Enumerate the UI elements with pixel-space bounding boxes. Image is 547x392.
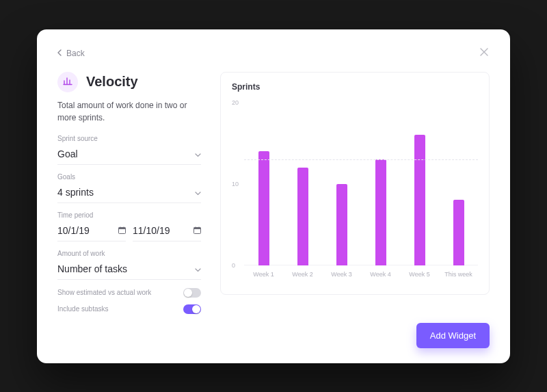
chart-bar-column	[283, 103, 322, 265]
chart-bar	[375, 159, 386, 265]
page-title: Velocity	[86, 74, 138, 90]
chart-ytick: 0	[232, 262, 235, 269]
chevron-down-icon	[195, 148, 201, 160]
field-sprint-source: Sprint source Goal	[57, 135, 201, 165]
field-goals: Goals 4 sprints	[57, 173, 201, 203]
calendar-icon	[194, 224, 201, 237]
start-date-picker[interactable]: 10/1/19	[57, 222, 126, 241]
chevron-down-icon	[195, 263, 201, 275]
chart-bar	[414, 135, 425, 265]
include-subtasks-label: Include subtasks	[57, 305, 109, 313]
chart-xlabel: Week 4	[361, 271, 400, 278]
include-subtasks-toggle[interactable]	[183, 304, 201, 314]
calendar-icon	[118, 224, 126, 237]
bar-chart-icon	[63, 76, 72, 88]
sprints-bar-chart: Week 1Week 2Week 3Week 4Week 5This week …	[240, 94, 478, 279]
chart-panel: Sprints Week 1Week 2Week 3Week 4Week 5Th…	[220, 72, 490, 314]
config-panel: Velocity Total amount of work done in tw…	[57, 72, 201, 314]
goals-label: Goals	[57, 173, 201, 181]
sprint-source-value: Goal	[57, 148, 78, 159]
end-date-value: 11/10/19	[133, 225, 170, 236]
close-icon	[479, 48, 490, 60]
amount-of-work-label: Amount of work	[57, 250, 201, 257]
widget-config-modal: Back Veloci	[37, 29, 510, 363]
chart-xlabel: Week 1	[244, 271, 283, 278]
chart-title: Sprints	[232, 82, 478, 92]
chart-bar-column	[439, 103, 478, 265]
chart-xlabel: Week 3	[322, 271, 361, 278]
chart-bar	[297, 168, 308, 265]
modal-topbar: Back	[57, 47, 490, 60]
close-button[interactable]	[479, 47, 490, 60]
velocity-icon-badge	[57, 72, 78, 92]
chart-bar-column	[322, 103, 361, 265]
add-widget-button[interactable]: Add Widget	[416, 323, 490, 348]
sprint-source-select[interactable]: Goal	[57, 145, 201, 165]
sprint-source-label: Sprint source	[57, 135, 201, 142]
chart-xlabel: Week 5	[400, 271, 439, 278]
end-date-picker[interactable]: 11/10/19	[133, 222, 201, 241]
goals-select[interactable]: 4 sprints	[57, 183, 201, 203]
svg-rect-3	[194, 227, 201, 229]
chart-xlabel: This week	[439, 271, 478, 278]
chart-bar	[258, 151, 269, 265]
time-period-label: Time period	[57, 211, 201, 219]
estimated-vs-actual-label: Show estimated vs actual work	[57, 289, 151, 296]
back-button[interactable]: Back	[57, 49, 85, 58]
chart-guideline	[244, 159, 478, 160]
chart-bar-column	[361, 103, 400, 265]
estimated-vs-actual-toggle[interactable]	[183, 288, 201, 298]
page-description: Total amount of work done in two or more…	[57, 99, 201, 124]
chart-ytick: 20	[232, 99, 239, 106]
chevron-down-icon	[195, 186, 201, 198]
field-time-period: Time period 10/1/19 11/10/19	[57, 211, 201, 241]
chart-ytick: 10	[232, 181, 239, 187]
chevron-left-icon	[57, 49, 62, 58]
sprints-chart-card: Sprints Week 1Week 2Week 3Week 4Week 5Th…	[220, 72, 490, 295]
back-label: Back	[66, 49, 85, 58]
chart-xlabel: Week 2	[283, 271, 322, 278]
amount-of-work-value: Number of tasks	[57, 263, 127, 274]
svg-rect-1	[119, 227, 126, 229]
field-amount-of-work: Amount of work Number of tasks	[57, 250, 201, 280]
chart-bar	[453, 200, 464, 265]
chart-bar-column	[244, 103, 283, 265]
chart-bar	[336, 184, 347, 265]
start-date-value: 10/1/19	[57, 225, 90, 236]
row-include-subtasks: Include subtasks	[57, 304, 201, 314]
chart-bar-column	[400, 103, 439, 265]
row-estimated-vs-actual: Show estimated vs actual work	[57, 288, 201, 298]
goals-value: 4 sprints	[57, 187, 94, 198]
amount-of-work-select[interactable]: Number of tasks	[57, 260, 201, 280]
